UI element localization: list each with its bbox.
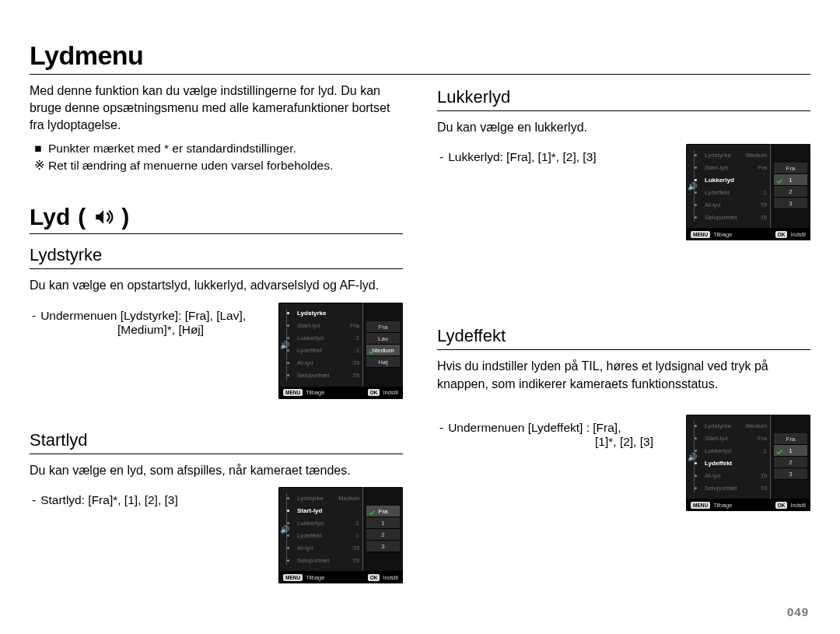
option-label: 3: [789, 471, 792, 478]
menu-row-label: Lydstyrke: [705, 152, 741, 159]
menu-row-value: :Til: [759, 472, 770, 479]
menu-row-value: :1: [355, 520, 362, 527]
menu-row-aflyd[interactable]: Af-lyd:Til: [689, 469, 770, 482]
section-heading-lyd: Lyd ( ): [30, 204, 403, 230]
menu-row-label: Start-lyd: [705, 435, 754, 442]
menu-row-lydstyrke[interactable]: Lydstyrke:Medium: [689, 149, 770, 161]
left-column: Med denne funktion kan du vælge indstill…: [30, 82, 403, 583]
menu-row-label: Selvportræt: [297, 372, 348, 379]
menu-row-selvportraet[interactable]: Selvportræt:Til: [282, 370, 362, 382]
menu-row-lydeffekt[interactable]: Lydeffekt:1: [282, 529, 362, 541]
option-text: [1]*, [2], [3]: [448, 435, 672, 449]
horizontal-rule: [30, 233, 403, 234]
checkmark-icon: [776, 177, 782, 183]
subheading-lukkerlyd: Lukkerlyd: [437, 87, 810, 107]
option-3[interactable]: 3: [366, 541, 400, 552]
menu-row-label: Selvportræt: [705, 214, 756, 221]
menu-row-value: :Fra: [757, 164, 770, 171]
option-fra[interactable]: Fra: [774, 433, 807, 445]
menu-row-startlyd[interactable]: Start-lyd: [282, 504, 362, 517]
menu-row-label: Start-lyd: [297, 507, 362, 514]
menu-row-value: :Til: [352, 545, 362, 552]
option-3[interactable]: 3: [774, 198, 807, 209]
menu-row-lydstyrke[interactable]: Lydstyrke:Medium: [689, 419, 770, 432]
menu-row-lukkerlyd[interactable]: Lukkerlyd:1: [282, 332, 362, 345]
menu-row-value: :Medium: [337, 495, 362, 502]
option-fra[interactable]: Fra: [366, 321, 400, 333]
menu-row-value: :Til: [759, 201, 770, 208]
page-number: 049: [787, 605, 809, 618]
horizontal-rule: [437, 349, 810, 350]
intro-text: Med denne funktion kan du vælge indstill…: [30, 82, 403, 134]
option-label: 1: [789, 177, 792, 184]
option-1[interactable]: 1: [366, 517, 400, 529]
section-heading-label: Lyd: [30, 204, 70, 230]
menu-row-label: Af-lyd: [705, 472, 756, 479]
option-label: 1: [789, 447, 792, 454]
menu-row-lydstyrke[interactable]: Lydstyrke:Medium: [282, 492, 362, 504]
screenshot-footer: MENUTilbageOKIndstil: [278, 387, 403, 399]
horizontal-rule: [30, 74, 810, 75]
menu-row-startlyd[interactable]: Start-lyd:Fra: [689, 161, 770, 173]
menu-row-aflyd[interactable]: Af-lyd:Til: [282, 541, 362, 554]
menu-row-label: Lukkerlyd: [297, 520, 352, 527]
horizontal-rule: [30, 268, 403, 269]
menu-row-lydstyrke[interactable]: Lydstyrke: [282, 307, 362, 320]
menu-row-lukkerlyd[interactable]: Lukkerlyd:1: [689, 444, 770, 457]
page-title: Lydmenu: [30, 40, 810, 71]
camera-screenshot-lydstyrke: 🔊LydstyrkeStart-lyd:FraLukkerlyd:1Lydeff…: [278, 303, 403, 399]
option-label: 2: [789, 188, 792, 195]
menu-row-value: :1: [762, 447, 770, 454]
menu-row-selvportraet[interactable]: Selvportræt:Til: [689, 482, 770, 494]
menu-row-label: Lydeffekt: [297, 532, 352, 539]
horizontal-rule: [437, 110, 810, 111]
menu-row-label: Af-lyd: [705, 201, 756, 208]
option-2[interactable]: 2: [366, 529, 400, 541]
menu-row-startlyd[interactable]: Start-lyd:Fra: [689, 432, 770, 444]
menu-row-selvportraet[interactable]: Selvportræt:Til: [282, 554, 362, 566]
menu-row-lydeffekt[interactable]: Lydeffekt:1: [282, 345, 362, 357]
checkmark-icon: [369, 508, 375, 514]
option-label: 3: [381, 543, 384, 550]
body-text: Du kan vælge en lyd, som afspilles, når …: [30, 462, 403, 479]
menu-row-aflyd[interactable]: Af-lyd:Til: [689, 198, 770, 211]
option-medium[interactable]: Medium: [366, 345, 400, 356]
right-column: Lukkerlyd Du kan vælge en lukkerlyd. -Lu…: [437, 82, 810, 583]
option-2[interactable]: 2: [774, 457, 807, 468]
menu-row-lukkerlyd[interactable]: Lukkerlyd: [689, 173, 770, 186]
option-fra[interactable]: Fra: [774, 163, 807, 174]
option-2[interactable]: 2: [774, 186, 807, 198]
option-line: -Undermenuen [Lydeffekt] : [Fra], [1]*, …: [437, 421, 672, 449]
body-text: Du kan vælge en opstartslyd, lukkerlyd, …: [30, 277, 403, 294]
menu-row-aflyd[interactable]: Af-lyd:Til: [282, 357, 362, 370]
option-label: Lav: [378, 335, 388, 342]
option-label: Fra: [379, 508, 388, 515]
menu-row-label: Af-lyd: [297, 359, 348, 366]
menu-row-lukkerlyd[interactable]: Lukkerlyd:1: [282, 517, 362, 529]
menu-row-value: :1: [355, 347, 362, 354]
menu-row-lydeffekt[interactable]: Lydeffekt:1: [689, 186, 770, 198]
option-1[interactable]: 1: [774, 445, 807, 457]
footer-back-label: Tilbage: [713, 231, 732, 238]
menu-row-selvportraet[interactable]: Selvportræt:Til: [689, 211, 770, 223]
option-fra[interactable]: Fra: [366, 506, 400, 517]
option-label: Fra: [786, 436, 796, 443]
menu-row-label: Lydstyrke: [705, 422, 741, 429]
menu-row-startlyd[interactable]: Start-lyd:Fra: [282, 320, 362, 332]
option-3[interactable]: 3: [774, 468, 807, 480]
checkmark-icon: [369, 347, 375, 353]
menu-row-label: Start-lyd: [705, 164, 754, 171]
screenshot-footer: MENUTilbageOKIndstil: [278, 571, 403, 583]
option-høj[interactable]: Høj: [366, 356, 400, 368]
body-text: Du kan vælge en lukkerlyd.: [437, 119, 810, 136]
option-label: Høj: [378, 359, 387, 366]
checkmark-icon: [776, 447, 782, 454]
option-1[interactable]: 1: [774, 174, 807, 186]
footer-back-label: Tilbage: [306, 574, 324, 581]
option-text: Lukkerlyd: [Fra], [1]*, [2], [3]: [448, 150, 596, 163]
menu-row-label: Af-lyd: [297, 545, 348, 552]
option-text: Startlyd: [Fra]*, [1], [2], [3]: [40, 493, 178, 506]
menu-row-lydeffekt[interactable]: Lydeffekt: [689, 457, 770, 469]
option-lav[interactable]: Lav: [366, 333, 400, 345]
menu-button-icon: MENU: [283, 574, 303, 581]
